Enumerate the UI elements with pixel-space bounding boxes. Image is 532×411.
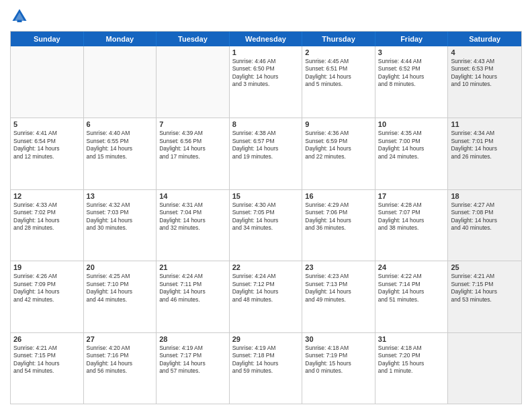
day-cell-23: 23Sunrise: 4:23 AM Sunset: 7:13 PM Dayli… <box>302 261 375 332</box>
day-info-28: Sunrise: 4:19 AM Sunset: 7:17 PM Dayligh… <box>159 345 226 375</box>
day-cell-11: 11Sunrise: 4:34 AM Sunset: 7:01 PM Dayli… <box>448 118 521 189</box>
day-number-20: 20 <box>87 263 154 271</box>
day-cell-13: 13Sunrise: 4:32 AM Sunset: 7:03 PM Dayli… <box>84 190 157 261</box>
calendar: SundayMondayTuesdayWednesdayThursdayFrid… <box>10 31 522 404</box>
day-cell-16: 16Sunrise: 4:29 AM Sunset: 7:06 PM Dayli… <box>302 190 375 261</box>
weekday-header-monday: Monday <box>84 32 157 46</box>
day-number-18: 18 <box>451 192 519 200</box>
weekday-header-thursday: Thursday <box>302 32 375 46</box>
day-cell-31: 31Sunrise: 4:18 AM Sunset: 7:20 PM Dayli… <box>375 333 449 404</box>
day-number-26: 26 <box>13 335 81 343</box>
calendar-row-1: 5Sunrise: 4:41 AM Sunset: 6:54 PM Daylig… <box>11 118 521 189</box>
day-number-12: 12 <box>13 192 81 200</box>
day-number-30: 30 <box>305 335 372 343</box>
day-number-14: 14 <box>159 192 226 200</box>
page: SundayMondayTuesdayWednesdayThursdayFrid… <box>0 0 532 411</box>
day-cell-30: 30Sunrise: 4:18 AM Sunset: 7:19 PM Dayli… <box>302 333 375 404</box>
day-number-21: 21 <box>159 263 226 271</box>
day-cell-24: 24Sunrise: 4:22 AM Sunset: 7:14 PM Dayli… <box>375 261 449 332</box>
calendar-row-0: 1Sunrise: 4:46 AM Sunset: 6:50 PM Daylig… <box>11 46 521 118</box>
day-number-9: 9 <box>305 120 372 128</box>
day-info-22: Sunrise: 4:24 AM Sunset: 7:12 PM Dayligh… <box>232 273 300 304</box>
day-info-16: Sunrise: 4:29 AM Sunset: 7:06 PM Dayligh… <box>305 201 372 232</box>
day-number-5: 5 <box>13 120 81 128</box>
day-cell-17: 17Sunrise: 4:28 AM Sunset: 7:07 PM Dayli… <box>375 190 449 261</box>
day-number-17: 17 <box>378 192 445 200</box>
day-cell-22: 22Sunrise: 4:24 AM Sunset: 7:12 PM Dayli… <box>230 261 303 332</box>
day-info-26: Sunrise: 4:21 AM Sunset: 7:15 PM Dayligh… <box>13 345 81 375</box>
day-info-31: Sunrise: 4:18 AM Sunset: 7:20 PM Dayligh… <box>378 345 445 375</box>
day-cell-10: 10Sunrise: 4:35 AM Sunset: 7:00 PM Dayli… <box>375 118 449 189</box>
day-info-7: Sunrise: 4:39 AM Sunset: 6:56 PM Dayligh… <box>159 130 226 161</box>
day-number-23: 23 <box>305 263 372 271</box>
day-cell-2: 2Sunrise: 4:45 AM Sunset: 6:51 PM Daylig… <box>302 46 375 118</box>
day-cell-3: 3Sunrise: 4:44 AM Sunset: 6:52 PM Daylig… <box>375 46 449 118</box>
day-cell-empty <box>448 333 521 404</box>
day-number-11: 11 <box>451 120 519 128</box>
day-number-1: 1 <box>232 48 300 56</box>
svg-rect-2 <box>17 20 22 22</box>
day-info-14: Sunrise: 4:31 AM Sunset: 7:04 PM Dayligh… <box>159 201 226 232</box>
day-number-16: 16 <box>305 192 372 200</box>
day-cell-19: 19Sunrise: 4:26 AM Sunset: 7:09 PM Dayli… <box>11 261 84 332</box>
day-number-19: 19 <box>13 263 81 271</box>
day-info-17: Sunrise: 4:28 AM Sunset: 7:07 PM Dayligh… <box>378 201 445 232</box>
day-info-10: Sunrise: 4:35 AM Sunset: 7:00 PM Dayligh… <box>378 130 445 161</box>
day-number-15: 15 <box>232 192 300 200</box>
day-number-13: 13 <box>87 192 154 200</box>
day-number-4: 4 <box>451 48 519 56</box>
weekday-header-friday: Friday <box>375 32 449 46</box>
day-number-22: 22 <box>232 263 300 271</box>
day-info-29: Sunrise: 4:19 AM Sunset: 7:18 PM Dayligh… <box>232 345 300 375</box>
day-cell-28: 28Sunrise: 4:19 AM Sunset: 7:17 PM Dayli… <box>157 333 230 404</box>
day-cell-15: 15Sunrise: 4:30 AM Sunset: 7:05 PM Dayli… <box>230 190 303 261</box>
day-number-24: 24 <box>378 263 445 271</box>
day-cell-8: 8Sunrise: 4:38 AM Sunset: 6:57 PM Daylig… <box>230 118 303 189</box>
day-info-24: Sunrise: 4:22 AM Sunset: 7:14 PM Dayligh… <box>378 273 445 304</box>
calendar-row-4: 26Sunrise: 4:21 AM Sunset: 7:15 PM Dayli… <box>11 332 521 404</box>
day-info-18: Sunrise: 4:27 AM Sunset: 7:08 PM Dayligh… <box>451 201 519 232</box>
day-number-29: 29 <box>232 335 300 343</box>
day-number-7: 7 <box>159 120 226 128</box>
day-info-23: Sunrise: 4:23 AM Sunset: 7:13 PM Dayligh… <box>305 273 372 304</box>
calendar-row-3: 19Sunrise: 4:26 AM Sunset: 7:09 PM Dayli… <box>11 261 521 332</box>
day-number-28: 28 <box>159 335 226 343</box>
day-cell-empty <box>11 46 84 118</box>
day-number-8: 8 <box>232 120 300 128</box>
day-info-8: Sunrise: 4:38 AM Sunset: 6:57 PM Dayligh… <box>232 130 300 161</box>
day-info-4: Sunrise: 4:43 AM Sunset: 6:53 PM Dayligh… <box>451 58 519 89</box>
day-info-9: Sunrise: 4:36 AM Sunset: 6:59 PM Dayligh… <box>305 130 372 161</box>
day-number-6: 6 <box>87 120 154 128</box>
day-cell-12: 12Sunrise: 4:33 AM Sunset: 7:02 PM Dayli… <box>11 190 84 261</box>
calendar-header: SundayMondayTuesdayWednesdayThursdayFrid… <box>11 32 521 46</box>
day-number-10: 10 <box>378 120 445 128</box>
day-info-11: Sunrise: 4:34 AM Sunset: 7:01 PM Dayligh… <box>451 130 519 161</box>
day-cell-6: 6Sunrise: 4:40 AM Sunset: 6:55 PM Daylig… <box>84 118 157 189</box>
day-info-21: Sunrise: 4:24 AM Sunset: 7:11 PM Dayligh… <box>159 273 226 304</box>
day-info-25: Sunrise: 4:21 AM Sunset: 7:15 PM Dayligh… <box>451 273 519 304</box>
day-cell-21: 21Sunrise: 4:24 AM Sunset: 7:11 PM Dayli… <box>157 261 230 332</box>
day-info-6: Sunrise: 4:40 AM Sunset: 6:55 PM Dayligh… <box>87 130 154 161</box>
day-number-3: 3 <box>378 48 445 56</box>
day-info-1: Sunrise: 4:46 AM Sunset: 6:50 PM Dayligh… <box>232 58 300 89</box>
day-number-25: 25 <box>451 263 519 271</box>
day-info-27: Sunrise: 4:20 AM Sunset: 7:16 PM Dayligh… <box>87 345 154 375</box>
day-info-3: Sunrise: 4:44 AM Sunset: 6:52 PM Dayligh… <box>378 58 445 89</box>
header <box>10 7 522 26</box>
day-cell-5: 5Sunrise: 4:41 AM Sunset: 6:54 PM Daylig… <box>11 118 84 189</box>
day-cell-18: 18Sunrise: 4:27 AM Sunset: 7:08 PM Dayli… <box>448 190 521 261</box>
calendar-body: 1Sunrise: 4:46 AM Sunset: 6:50 PM Daylig… <box>11 46 521 404</box>
day-number-27: 27 <box>87 335 154 343</box>
day-info-20: Sunrise: 4:25 AM Sunset: 7:10 PM Dayligh… <box>87 273 154 304</box>
day-info-30: Sunrise: 4:18 AM Sunset: 7:19 PM Dayligh… <box>305 345 372 375</box>
weekday-header-saturday: Saturday <box>448 32 521 46</box>
day-cell-7: 7Sunrise: 4:39 AM Sunset: 6:56 PM Daylig… <box>157 118 230 189</box>
day-cell-empty <box>84 46 157 118</box>
day-info-12: Sunrise: 4:33 AM Sunset: 7:02 PM Dayligh… <box>13 201 81 232</box>
day-info-2: Sunrise: 4:45 AM Sunset: 6:51 PM Dayligh… <box>305 58 372 89</box>
day-info-15: Sunrise: 4:30 AM Sunset: 7:05 PM Dayligh… <box>232 201 300 232</box>
day-info-19: Sunrise: 4:26 AM Sunset: 7:09 PM Dayligh… <box>13 273 81 304</box>
day-cell-29: 29Sunrise: 4:19 AM Sunset: 7:18 PM Dayli… <box>230 333 303 404</box>
day-cell-1: 1Sunrise: 4:46 AM Sunset: 6:50 PM Daylig… <box>230 46 303 118</box>
weekday-header-tuesday: Tuesday <box>157 32 230 46</box>
